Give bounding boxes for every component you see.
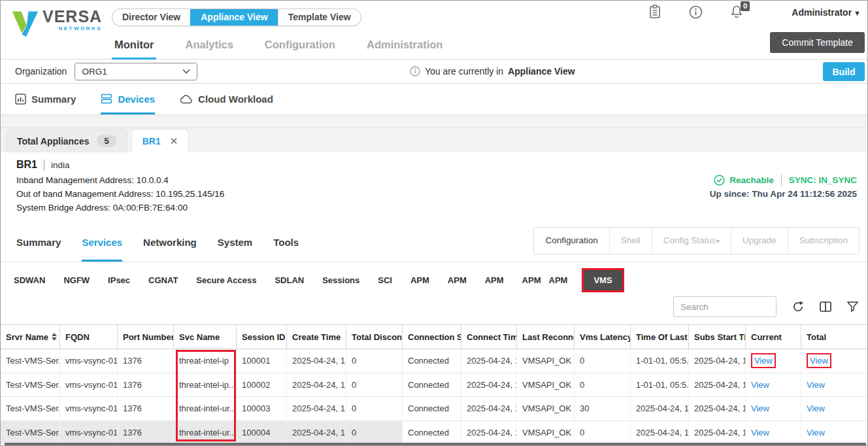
build-button[interactable]: Build bbox=[823, 62, 865, 81]
service-tab-sci[interactable]: SCI bbox=[369, 269, 401, 291]
organization-bar: Organization ORG1 You are currently in A… bbox=[1, 60, 867, 84]
nav-configuration[interactable]: Configuration bbox=[262, 35, 338, 60]
column-header-svc-name[interactable]: Svc Name bbox=[173, 325, 236, 349]
device-tab-networking[interactable]: Networking bbox=[143, 222, 197, 262]
service-tab-secure-access[interactable]: Secure Access bbox=[187, 269, 265, 291]
user-menu[interactable]: Administrator▼ bbox=[792, 7, 861, 18]
cell-vms-latency: 0 bbox=[574, 349, 630, 373]
cell-last-reconnec: VMSAPI_OK bbox=[516, 421, 574, 445]
close-icon[interactable]: ✕ bbox=[170, 135, 178, 147]
table-row[interactable]: Test-VMS-Ser...vms-vsync-01...1376threat… bbox=[1, 373, 867, 398]
column-header-time-of-last[interactable]: Time Of Last ... bbox=[630, 325, 688, 349]
nav-monitor[interactable]: Monitor bbox=[112, 35, 156, 60]
column-header-vms-latency[interactable]: Vms Latency bbox=[574, 325, 630, 349]
device-tab-system[interactable]: System bbox=[218, 222, 252, 262]
total-view-link[interactable]: View bbox=[807, 353, 831, 368]
cell-connect-time: 2025-04-24, 1... bbox=[461, 397, 516, 420]
up-since: Up since: Thu Apr 24 11:12:56 2025 bbox=[710, 189, 857, 199]
device-tab-summary[interactable]: Summary bbox=[16, 222, 61, 262]
service-tab-sdwan[interactable]: SDWAN bbox=[5, 269, 54, 291]
service-tab-apm[interactable]: APM bbox=[540, 269, 577, 291]
tasks-clipboard-icon[interactable] bbox=[648, 5, 661, 19]
filter-icon[interactable] bbox=[847, 301, 858, 312]
current-view-link[interactable]: View bbox=[751, 353, 776, 368]
device-tab-tools[interactable]: Tools bbox=[273, 222, 299, 262]
service-tab-apm[interactable]: APM bbox=[401, 269, 439, 291]
refresh-icon[interactable] bbox=[792, 301, 804, 313]
cell-srvr-name: Test-VMS-Ser... bbox=[1, 397, 59, 420]
tab-director-view[interactable]: Director View bbox=[112, 9, 190, 26]
shell-button[interactable]: Shell bbox=[609, 228, 652, 254]
columns-icon[interactable] bbox=[820, 301, 831, 312]
current-view-link[interactable]: View bbox=[751, 428, 769, 437]
cell-fqdn: vms-vsync-01... bbox=[59, 397, 117, 420]
cell-subs-start-time: 2025-04-24, 1... bbox=[688, 373, 745, 397]
column-header-total[interactable]: Total bbox=[801, 325, 867, 349]
tab-br1[interactable]: BR1 ✕ bbox=[131, 129, 190, 152]
service-tab-sessions[interactable]: Sessions bbox=[313, 269, 369, 291]
current-view-link[interactable]: View bbox=[751, 403, 769, 413]
service-tab-apm[interactable]: APM bbox=[439, 269, 476, 291]
column-header-total-disconn[interactable]: Total Disconn... bbox=[346, 325, 402, 349]
column-header-session-id[interactable]: Session ID bbox=[236, 325, 286, 349]
tab-appliance-view[interactable]: Appliance View bbox=[190, 9, 277, 26]
column-header-current[interactable]: Current bbox=[745, 325, 801, 349]
cell-create-time: 2025-04-24, 1... bbox=[286, 349, 346, 373]
view-mode-tabs: Director View Appliance View Template Vi… bbox=[112, 9, 361, 26]
cell-port-number: 1376 bbox=[117, 373, 173, 397]
column-label: Session ID bbox=[242, 325, 285, 349]
column-header-srvr-name[interactable]: Srvr Name bbox=[1, 325, 59, 349]
service-tab-ngfw[interactable]: NGFW bbox=[54, 269, 99, 291]
device-tab-services[interactable]: Services bbox=[82, 222, 122, 262]
commit-template-button[interactable]: Commit Template bbox=[770, 32, 865, 53]
table-row[interactable]: Test-VMS-Ser...vms-vsync-01...1376threat… bbox=[1, 349, 867, 373]
service-tab-ipsec[interactable]: IPsec bbox=[99, 269, 139, 291]
table-row[interactable]: Test-VMS-Ser...vms-vsync-01...1376threat… bbox=[1, 397, 867, 421]
cell-svc-name: threat-intel-ur... bbox=[173, 421, 236, 445]
column-header-last-reconnec[interactable]: Last Reconnec... bbox=[516, 325, 574, 349]
service-tab-cgnat[interactable]: CGNAT bbox=[139, 269, 187, 291]
tab-total-appliances[interactable]: Total Appliances 5 bbox=[6, 129, 127, 152]
column-header-create-time[interactable]: Create Time bbox=[286, 325, 346, 349]
cell-create-time: 2025-04-24, 1... bbox=[286, 397, 346, 420]
cell-port-number: 1376 bbox=[117, 421, 173, 445]
upgrade-button[interactable]: Upgrade bbox=[731, 228, 788, 254]
config-status-button[interactable]: Config Status▾ bbox=[652, 228, 731, 254]
organization-select[interactable]: ORG1 bbox=[75, 63, 197, 80]
configuration-button[interactable]: Configuration bbox=[534, 228, 609, 254]
column-header-connect-time[interactable]: Connect Time bbox=[461, 325, 516, 349]
info-icon[interactable] bbox=[689, 5, 703, 19]
column-header-subs-start-time[interactable]: Subs Start Time bbox=[688, 325, 745, 349]
tab-template-view[interactable]: Template View bbox=[278, 9, 361, 26]
tab-summary[interactable]: Summary bbox=[15, 84, 76, 114]
column-label: Time Of Last ... bbox=[636, 325, 688, 349]
subscription-button[interactable]: Subscription bbox=[788, 228, 859, 254]
total-view-link[interactable]: View bbox=[807, 403, 825, 413]
nav-administration[interactable]: Administration bbox=[364, 35, 445, 60]
bell-icon[interactable]: 0 bbox=[730, 5, 743, 19]
tab-cloud-workload[interactable]: Cloud Workload bbox=[180, 84, 273, 114]
column-header-connection-st[interactable]: Connection St... bbox=[402, 325, 461, 349]
devices-icon bbox=[101, 94, 112, 104]
current-view-link[interactable]: View bbox=[751, 380, 769, 390]
table-body: Test-VMS-Ser...vms-vsync-01...1376threat… bbox=[1, 349, 867, 445]
service-tab-sdlan[interactable]: SDLAN bbox=[265, 269, 313, 291]
table-row[interactable]: Test-VMS-Ser...vms-vsync-01...1376threat… bbox=[1, 421, 867, 445]
column-header-port-number[interactable]: Port Number bbox=[117, 325, 173, 349]
cell-time-of-last: 1-01-01, 05:5... bbox=[630, 373, 688, 397]
total-view-link[interactable]: View bbox=[807, 428, 825, 437]
search-input[interactable] bbox=[673, 296, 776, 317]
service-tab-vms[interactable]: VMS bbox=[584, 270, 622, 290]
column-label: Subs Start Time bbox=[694, 325, 745, 349]
info-icon bbox=[410, 66, 420, 77]
tab-devices[interactable]: Devices bbox=[101, 84, 155, 114]
nav-analytics[interactable]: Analytics bbox=[182, 35, 235, 60]
cell-srvr-name: Test-VMS-Ser... bbox=[1, 421, 59, 445]
sort-icon[interactable] bbox=[52, 333, 57, 341]
horizontal-scrollbar[interactable] bbox=[5, 443, 866, 445]
column-header-fqdn[interactable]: FQDN bbox=[59, 325, 117, 349]
service-tab-apm[interactable]: APM bbox=[476, 269, 513, 291]
column-label: Svc Name bbox=[179, 325, 220, 349]
cell-vms-latency: 0 bbox=[574, 421, 630, 445]
total-view-link[interactable]: View bbox=[807, 380, 825, 390]
